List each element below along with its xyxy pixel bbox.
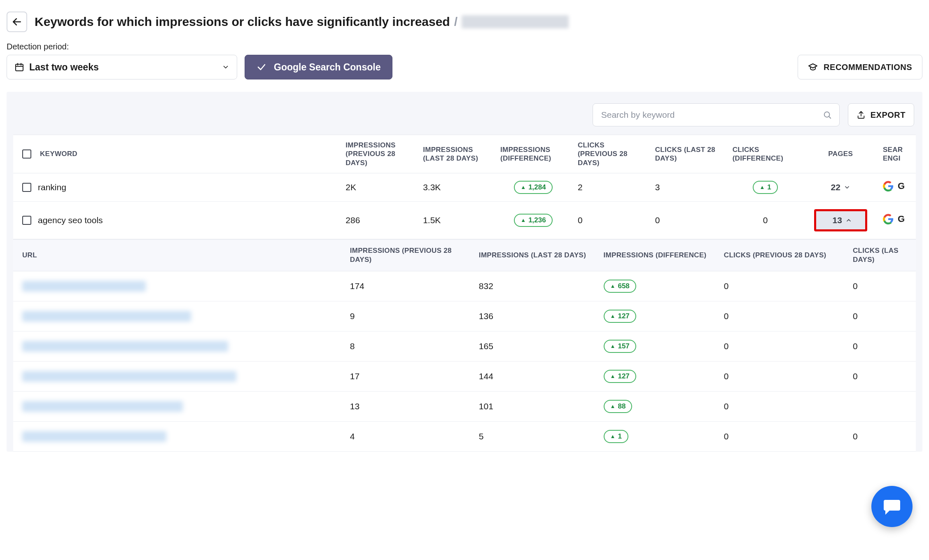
keyword-cell: agency seo tools xyxy=(38,215,103,225)
row-checkbox[interactable] xyxy=(22,216,31,225)
back-button[interactable] xyxy=(7,12,27,32)
breadcrumb-slash: / xyxy=(454,15,457,29)
url-row: 8165▲15700 xyxy=(13,331,916,362)
mortarboard-icon xyxy=(808,62,818,72)
keywords-table: KEYWORD IMPRESSIONS (PREVIOUS 28 DAYS) I… xyxy=(13,135,916,239)
clicks-diff-badge: ▲1 xyxy=(753,181,777,194)
gsc-pill[interactable]: Google Search Console xyxy=(245,55,392,79)
url-row: 13101▲880 xyxy=(13,392,916,422)
search-input[interactable] xyxy=(600,110,818,120)
sub-imp-diff-badge: ▲88 xyxy=(604,400,633,413)
sub-clk-prev: 0 xyxy=(718,392,847,422)
subcol-clk-prev[interactable]: CLICKS (PREVIOUS 28 DAYS) xyxy=(718,239,847,271)
imp-last-cell: 1.5K xyxy=(417,202,495,239)
imp-diff-badge: ▲1,284 xyxy=(514,181,552,194)
sub-imp-last: 5 xyxy=(473,422,598,452)
col-keyword[interactable]: KEYWORD xyxy=(13,135,340,173)
url-row: 17144▲12700 xyxy=(13,362,916,392)
calendar-icon xyxy=(14,62,24,72)
export-label: EXPORT xyxy=(871,110,906,120)
recommendations-label: RECOMMENDATIONS xyxy=(824,63,912,72)
sub-imp-prev: 17 xyxy=(344,362,473,392)
imp-prev-cell: 286 xyxy=(340,202,417,239)
subcol-imp-diff[interactable]: IMPRESSIONS (DIFFERENCE) xyxy=(598,239,718,271)
clk-last-cell: 0 xyxy=(649,202,727,239)
sub-imp-prev: 4 xyxy=(344,422,473,452)
col-search-engine[interactable]: SEARENGI xyxy=(877,135,916,173)
sub-imp-last: 136 xyxy=(473,301,598,331)
search-engine-cell: G xyxy=(883,181,905,191)
col-imp-last[interactable]: IMPRESSIONS (LAST 28 DAYS) xyxy=(417,135,495,173)
sub-imp-diff-badge: ▲658 xyxy=(604,280,636,293)
url-redacted[interactable] xyxy=(22,341,228,352)
table-row: agency seo tools2861.5K▲1,23600013 G xyxy=(13,202,916,239)
url-redacted[interactable] xyxy=(22,371,236,382)
sub-imp-diff-badge: ▲1 xyxy=(604,430,628,443)
sub-imp-last: 101 xyxy=(473,392,598,422)
url-redacted[interactable] xyxy=(22,401,183,412)
check-icon xyxy=(257,62,266,72)
keyword-cell: ranking xyxy=(38,182,66,192)
clk-prev-cell: 2 xyxy=(572,173,649,202)
subcol-url[interactable]: URL xyxy=(13,239,344,271)
sub-imp-last: 144 xyxy=(473,362,598,392)
select-all-checkbox[interactable] xyxy=(22,149,31,159)
row-checkbox[interactable] xyxy=(22,183,31,192)
sub-clk-last xyxy=(847,392,916,422)
col-clk-diff[interactable]: CLICKS (DIFFERENCE) xyxy=(727,135,804,173)
svg-line-6 xyxy=(829,117,831,118)
recommendations-button[interactable]: RECOMMENDATIONS xyxy=(798,55,922,79)
sub-clk-prev: 0 xyxy=(718,331,847,362)
col-pages[interactable]: PAGES xyxy=(804,135,877,173)
imp-prev-cell: 2K xyxy=(340,173,417,202)
search-icon xyxy=(823,110,832,119)
period-select[interactable]: Last two weeks xyxy=(7,55,237,79)
sub-clk-last: 0 xyxy=(847,301,916,331)
col-imp-diff[interactable]: IMPRESSIONS (DIFFERENCE) xyxy=(495,135,572,173)
clk-prev-cell: 0 xyxy=(572,202,649,239)
imp-diff-badge: ▲1,236 xyxy=(514,214,552,227)
url-row: 174832▲65800 xyxy=(13,271,916,301)
page-title-text: Keywords for which impressions or clicks… xyxy=(35,15,450,29)
url-subtable: URL IMPRESSIONS (PREVIOUS 28 DAYS) IMPRE… xyxy=(13,239,916,452)
sub-imp-diff-badge: ▲127 xyxy=(604,310,636,323)
pages-toggle[interactable]: 22 xyxy=(831,182,850,192)
page-title: Keywords for which impressions or clicks… xyxy=(35,15,569,29)
sub-imp-prev: 174 xyxy=(344,271,473,301)
svg-rect-1 xyxy=(16,64,23,71)
table-row: ranking2K3.3K▲1,28423▲122 G xyxy=(13,173,916,202)
col-clk-prev[interactable]: CLICKS (PREVIOUS 28 DAYS) xyxy=(572,135,649,173)
sub-clk-last: 0 xyxy=(847,362,916,392)
subcol-clk-last[interactable]: CLICKS (LASDAYS) xyxy=(847,239,916,271)
search-engine-cell: G xyxy=(883,214,905,224)
sub-clk-last: 0 xyxy=(847,331,916,362)
search-input-wrapper[interactable] xyxy=(593,103,840,126)
url-row: 9136▲12700 xyxy=(13,301,916,331)
sub-clk-last: 0 xyxy=(847,271,916,301)
detection-period-label: Detection period: xyxy=(7,42,922,51)
sub-clk-prev: 0 xyxy=(718,422,847,452)
pages-toggle[interactable]: 13 xyxy=(814,209,867,231)
url-redacted[interactable] xyxy=(22,431,166,442)
sub-imp-prev: 13 xyxy=(344,392,473,422)
clicks-diff-value: 0 xyxy=(763,215,768,225)
subcol-imp-prev[interactable]: IMPRESSIONS (PREVIOUS 28 DAYS) xyxy=(344,239,473,271)
gsc-label: Google Search Console xyxy=(274,62,380,73)
col-imp-prev[interactable]: IMPRESSIONS (PREVIOUS 28 DAYS) xyxy=(340,135,417,173)
export-icon xyxy=(857,110,866,119)
export-button[interactable]: EXPORT xyxy=(848,103,914,126)
sub-imp-prev: 9 xyxy=(344,301,473,331)
col-clk-last[interactable]: CLICKS (LAST 28 DAYS) xyxy=(649,135,727,173)
imp-last-cell: 3.3K xyxy=(417,173,495,202)
sub-imp-diff-badge: ▲127 xyxy=(604,370,636,383)
url-redacted[interactable] xyxy=(22,311,191,322)
clk-last-cell: 3 xyxy=(649,173,727,202)
sub-imp-last: 832 xyxy=(473,271,598,301)
subcol-imp-last[interactable]: IMPRESSIONS (LAST 28 DAYS) xyxy=(473,239,598,271)
url-redacted[interactable] xyxy=(22,281,146,292)
period-value: Last two weeks xyxy=(29,62,217,73)
breadcrumb-redacted xyxy=(462,15,569,28)
sub-clk-prev: 0 xyxy=(718,271,847,301)
sub-clk-prev: 0 xyxy=(718,301,847,331)
sub-imp-prev: 8 xyxy=(344,331,473,362)
